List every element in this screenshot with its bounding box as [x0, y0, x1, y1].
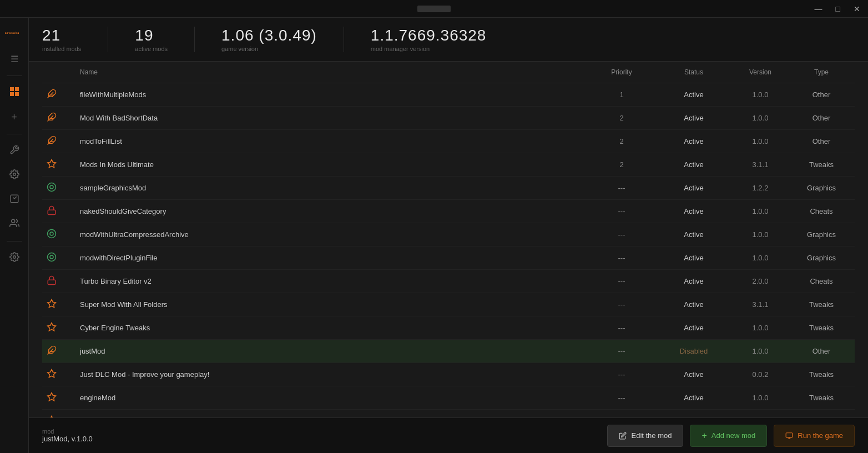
footer-actions: Edit the mod + Add new mod Run the game — [607, 425, 855, 447]
mod-version-cell: 1.0.0 — [733, 107, 788, 130]
footer-mod-info: mod justMod, v.1.0.0 — [42, 428, 93, 443]
mod-type-icon — [47, 185, 57, 194]
table-row[interactable]: fileWithMultipleMods1Active1.0.0Other — [42, 83, 855, 107]
run-game-label: Run the game — [798, 431, 843, 440]
add-mod-label: Add new mod — [711, 431, 756, 440]
sidebar-item-users[interactable] — [4, 214, 24, 234]
stat-manager-version: 1.1.7669.36328 mod manager version — [371, 27, 513, 52]
mod-priority-cell: --- — [588, 363, 655, 386]
users-icon — [9, 218, 19, 230]
mod-type-icon — [47, 115, 57, 124]
mod-type-icon — [47, 92, 57, 100]
mod-name-cell: Turbo Binary Editor v2 — [75, 270, 588, 293]
col-priority-header: Priority — [588, 62, 655, 83]
mod-priority-cell: 2 — [588, 107, 655, 130]
mod-status-cell: Active — [655, 200, 733, 223]
svg-rect-2 — [15, 87, 19, 91]
mod-type-cell: Tweaks — [788, 410, 855, 418]
mod-priority-cell: --- — [588, 177, 655, 200]
svg-point-20 — [50, 232, 53, 235]
mod-icon-cell — [42, 270, 75, 293]
table-row[interactable]: justMod---Disabled1.0.0Other — [42, 340, 855, 363]
sidebar-item-mods[interactable] — [4, 141, 24, 161]
mod-version-cell: 1.0.0 — [733, 410, 788, 418]
mod-version-cell: 1.0.0 — [733, 130, 788, 153]
mod-type-icon — [47, 255, 57, 264]
footer: mod justMod, v.1.0.0 Edit the mod + Add … — [29, 417, 868, 453]
dashboard-icon — [9, 87, 19, 99]
titlebar-controls: — □ ✕ — [811, 3, 864, 14]
svg-point-7 — [11, 219, 14, 223]
mod-status-cell: Disabled — [655, 340, 733, 363]
mod-type-icon — [47, 395, 57, 404]
run-game-button[interactable]: Run the game — [774, 425, 855, 447]
minimize-button[interactable]: — — [811, 3, 826, 14]
svg-point-5 — [13, 173, 16, 176]
mod-name-cell: sampleGraphicsMod — [75, 177, 588, 200]
mod-type-cell: Other — [788, 130, 855, 153]
table-row[interactable]: Mods In Mods Ultimate2Active3.1.1Tweaks — [42, 153, 855, 177]
mod-status-cell: Active — [655, 130, 733, 153]
sidebar-item-dashboard[interactable] — [4, 83, 24, 103]
mod-icon-cell — [42, 246, 75, 270]
table-row[interactable]: Mod With BadShortData2Active1.0.0Other — [42, 107, 855, 130]
mod-status-cell: Active — [655, 316, 733, 340]
mod-priority-cell: 2 — [588, 153, 655, 177]
mod-status-cell: Active — [655, 363, 733, 386]
add-icon: + — [11, 112, 17, 123]
tools-icon — [9, 169, 19, 182]
mod-version-cell: 0.0.2 — [733, 363, 788, 386]
table-row[interactable]: engineAndR6Mod---Active1.0.0Tweaks — [42, 410, 855, 418]
sidebar-item-menu[interactable]: ☰ — [4, 49, 24, 69]
table-row[interactable]: Just DLC Mod - Improve your gameplay!---… — [42, 363, 855, 386]
mod-type-icon — [47, 325, 57, 334]
mod-name-cell: modwithDirectPluginFile — [75, 246, 588, 270]
col-type-header: Type — [788, 62, 855, 83]
table-row[interactable]: sampleGraphicsMod---Active1.2.2Graphics — [42, 177, 855, 200]
mod-type-icon — [47, 209, 57, 217]
titlebar-drag-area — [417, 6, 451, 12]
svg-rect-23 — [48, 280, 55, 284]
mod-name-cell: engineAndR6Mod — [75, 410, 588, 418]
edit-icon — [619, 432, 627, 440]
table-row[interactable]: Super Mod With All Folders---Active3.1.1… — [42, 293, 855, 316]
table-row[interactable]: Cyber Engine Tweaks---Active1.0.0Tweaks — [42, 316, 855, 340]
footer-mod-label: mod — [42, 428, 93, 435]
mod-icon-cell — [42, 130, 75, 153]
svg-rect-4 — [15, 92, 19, 96]
sidebar-item-analytics[interactable] — [4, 190, 24, 210]
mod-status-cell: Active — [655, 270, 733, 293]
mod-version-cell: 1.0.0 — [733, 316, 788, 340]
mod-name-cell: Mod With BadShortData — [75, 107, 588, 130]
table-row[interactable]: engineMod---Active1.0.0Tweaks — [42, 386, 855, 410]
close-button[interactable]: ✕ — [850, 3, 864, 14]
mod-type-icon — [47, 139, 57, 147]
table-row[interactable]: modToFillList2Active1.0.0Other — [42, 130, 855, 153]
svg-marker-25 — [48, 323, 56, 331]
table-row[interactable]: nakedShouldGiveCategory---Active1.0.0Che… — [42, 200, 855, 223]
maximize-button[interactable]: □ — [832, 3, 844, 14]
sidebar-item-settings[interactable] — [4, 248, 24, 268]
mod-status-cell: Active — [655, 107, 733, 130]
mod-name-cell: justMod — [75, 340, 588, 363]
svg-point-16 — [48, 183, 56, 192]
add-mod-button[interactable]: + Add new mod — [690, 425, 767, 447]
svg-rect-18 — [48, 210, 55, 214]
mods-table-body: fileWithMultipleMods1Active1.0.0OtherMod… — [42, 83, 855, 418]
mod-type-icon — [47, 302, 57, 310]
sidebar-item-add[interactable]: + — [4, 107, 24, 127]
table-header: Name Priority Status Version Type — [42, 62, 855, 83]
table-row[interactable]: Turbo Binary Editor v2---Active2.0.0Chea… — [42, 270, 855, 293]
edit-mod-button[interactable]: Edit the mod — [607, 425, 683, 447]
table-row[interactable]: modwithDirectPluginFile---Active1.0.0Gra… — [42, 246, 855, 270]
table-row[interactable]: modWithUltraCompressedArchive---Active1.… — [42, 223, 855, 246]
active-count: 19 — [135, 27, 168, 44]
mod-icon-cell — [42, 340, 75, 363]
mod-status-cell: Active — [655, 223, 733, 246]
sidebar-item-tools[interactable] — [4, 165, 24, 185]
game-version-label: game version — [221, 46, 317, 52]
edit-mod-label: Edit the mod — [631, 431, 672, 440]
mods-icon — [9, 145, 19, 157]
mod-status-cell: Active — [655, 153, 733, 177]
installed-label: installed mods — [42, 46, 81, 52]
